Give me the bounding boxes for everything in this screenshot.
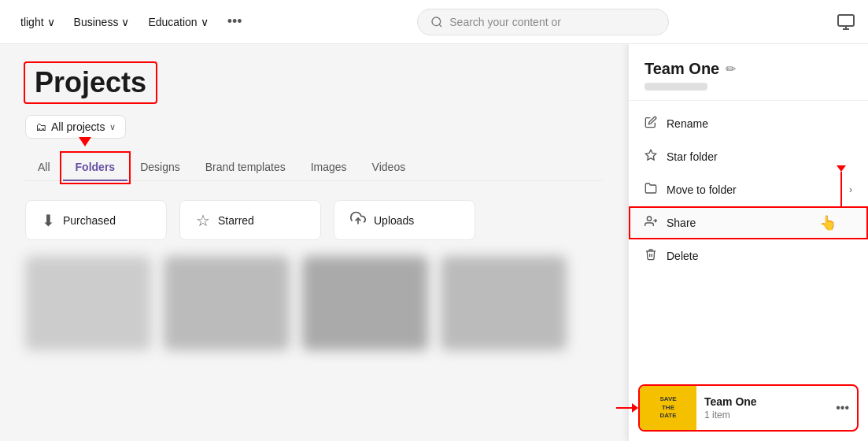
team-one-folder-item[interactable]: SAVETHEDATE Team One 1 item ••• xyxy=(638,384,859,432)
move-chevron-icon: › xyxy=(849,184,852,195)
starred-folder[interactable]: ☆ Starred xyxy=(179,200,321,240)
team-subtitle-bar xyxy=(645,83,707,91)
tab-all[interactable]: All xyxy=(25,154,63,181)
svg-line-1 xyxy=(439,24,441,27)
all-projects-label: All projects xyxy=(51,120,105,133)
team-folder-wrapper: SAVETHEDATE Team One 1 item ••• xyxy=(638,384,859,432)
share-icon xyxy=(645,215,657,231)
left-content: Projects 🗂 All projects ∨ All Folders De… xyxy=(0,44,628,441)
uploads-folder[interactable]: Uploads xyxy=(334,200,475,240)
nav-right xyxy=(837,13,855,32)
delete-icon xyxy=(645,248,657,264)
monitor-icon[interactable] xyxy=(837,13,855,32)
tab-videos[interactable]: Videos xyxy=(360,154,419,181)
team-folder-thumbnail: SAVETHEDATE xyxy=(640,386,696,430)
svg-point-0 xyxy=(432,17,441,26)
main-layout: Projects 🗂 All projects ∨ All Folders De… xyxy=(0,44,868,441)
cursor-icon: 👆 xyxy=(819,214,837,232)
projects-title: Projects xyxy=(35,66,146,99)
chevron-down-icon: ∨ xyxy=(109,122,116,132)
nav-label-tlight: tlight xyxy=(20,16,44,28)
nav-center: Search your content or xyxy=(250,9,837,35)
chevron-business-icon: ∨ xyxy=(121,16,129,28)
folder-icon: 🗂 xyxy=(35,120,46,133)
team-folder-more-button[interactable]: ••• xyxy=(828,395,857,421)
download-icon: ⬇ xyxy=(42,211,55,230)
search-bar[interactable]: Search your content or xyxy=(417,9,669,35)
edit-icon[interactable]: ✏ xyxy=(726,61,736,76)
nav-label-business: Business xyxy=(74,16,119,28)
purchased-folder[interactable]: ⬇ Purchased xyxy=(25,200,167,240)
star-label: Star folder xyxy=(667,150,718,163)
tab-brand-templates[interactable]: Brand templates xyxy=(193,154,298,181)
menu-item-delete[interactable]: Delete xyxy=(629,239,868,272)
thumbnail-text: SAVETHEDATE xyxy=(659,395,676,420)
team-folder-count: 1 item xyxy=(704,410,820,421)
nav-item-education[interactable]: Education ∨ xyxy=(140,11,216,33)
uploads-label: Uploads xyxy=(374,214,414,227)
starred-label: Starred xyxy=(218,214,254,227)
folder-thumbnail-1[interactable] xyxy=(25,256,151,350)
star-folder-icon xyxy=(645,149,657,165)
menu-item-move[interactable]: Move to folder › xyxy=(629,173,868,206)
folder-grid xyxy=(25,256,603,350)
team-title-row: Team One ✏ xyxy=(645,60,852,78)
context-menu-items: Rename Star folder Move to folder xyxy=(629,101,868,384)
team-folder-name: Team One xyxy=(704,395,820,408)
special-folders-row: ⬇ Purchased ☆ Starred Uploads xyxy=(25,200,603,240)
chevron-tlight-icon: ∨ xyxy=(47,16,55,28)
team-header: Team One ✏ xyxy=(629,44,868,101)
share-label: Share xyxy=(667,217,696,229)
move-label: Move to folder xyxy=(667,183,737,196)
team-context-menu: Team One ✏ Rename xyxy=(628,44,868,441)
rename-label: Rename xyxy=(667,117,708,130)
upload-cloud-icon xyxy=(350,210,366,230)
search-placeholder: Search your content or xyxy=(449,16,561,28)
purchased-label: Purchased xyxy=(63,214,116,227)
nav-left: tlight ∨ Business ∨ Education ∨ ••• xyxy=(13,9,250,35)
folder-thumbnail-4[interactable] xyxy=(441,256,567,350)
move-folder-icon xyxy=(645,182,657,198)
menu-item-rename[interactable]: Rename xyxy=(629,107,868,140)
red-arrow-indicator xyxy=(79,137,91,146)
tab-images[interactable]: Images xyxy=(298,154,360,181)
svg-marker-6 xyxy=(645,150,656,160)
tab-folders[interactable]: Folders xyxy=(63,154,128,181)
tab-designs[interactable]: Designs xyxy=(127,154,193,181)
svg-rect-2 xyxy=(838,15,854,26)
menu-item-star[interactable]: Star folder xyxy=(629,140,868,173)
svg-point-7 xyxy=(647,217,651,220)
share-arrow-indicator xyxy=(837,165,846,206)
chevron-education-icon: ∨ xyxy=(201,16,209,28)
menu-item-share[interactable]: Share 👆 xyxy=(629,206,868,239)
nav-label-education: Education xyxy=(148,16,197,28)
delete-label: Delete xyxy=(667,250,698,262)
team-folder-info: Team One 1 item xyxy=(696,389,828,427)
folder-thumbnail-2[interactable] xyxy=(164,256,290,350)
all-projects-dropdown[interactable]: 🗂 All projects ∨ xyxy=(25,115,126,139)
rename-icon xyxy=(645,116,657,132)
folder-thumbnail-3[interactable] xyxy=(302,256,428,350)
star-icon: ☆ xyxy=(196,211,210,230)
nav-item-business[interactable]: Business ∨ xyxy=(66,11,138,33)
nav-item-tlight[interactable]: tlight ∨ xyxy=(13,11,63,33)
team-panel-title: Team One xyxy=(645,60,719,78)
nav-more-button[interactable]: ••• xyxy=(220,9,250,35)
projects-header-box: Projects xyxy=(25,63,156,102)
content-tabs: All Folders Designs Brand templates Imag… xyxy=(25,154,603,181)
folder-arrow-indicator xyxy=(616,403,638,413)
search-icon xyxy=(430,16,443,28)
top-navigation: tlight ∨ Business ∨ Education ∨ ••• Sear… xyxy=(0,0,868,44)
